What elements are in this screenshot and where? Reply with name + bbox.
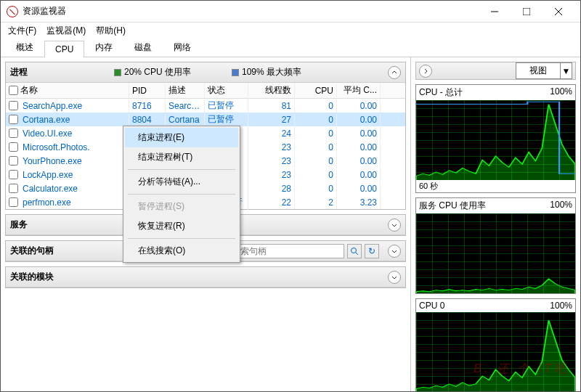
- titlebar: 资源监视器: [1, 1, 580, 23]
- menu-item[interactable]: 结束进程(E): [125, 128, 238, 147]
- row-checkbox[interactable]: [9, 142, 18, 152]
- tab-网络[interactable]: 网络: [163, 38, 202, 57]
- svg-point-4: [352, 248, 357, 253]
- services-title: 服务: [10, 219, 28, 231]
- window-title: 资源监视器: [23, 5, 479, 17]
- row-checkbox[interactable]: [9, 115, 18, 124]
- max-freq-icon: [232, 69, 239, 76]
- select-all-checkbox[interactable]: [9, 86, 18, 95]
- close-button[interactable]: [543, 1, 574, 23]
- handles-title: 关联的句柄: [10, 245, 54, 257]
- svg-line-5: [356, 253, 358, 255]
- view-dropdown[interactable]: 视图 ▼: [516, 62, 572, 79]
- col-desc[interactable]: 描述: [166, 83, 205, 98]
- menu-item[interactable]: 恢复进程(R): [125, 216, 238, 236]
- tab-概述[interactable]: 概述: [5, 38, 44, 57]
- col-name[interactable]: 名称: [20, 84, 38, 97]
- menubar: 文件(F) 监视器(M) 帮助(H): [1, 23, 580, 38]
- menu-help[interactable]: 帮助(H): [96, 25, 126, 37]
- col-status[interactable]: 状态: [205, 83, 248, 98]
- graph-service-cpu: 服务 CPU 使用率100%: [415, 197, 576, 294]
- cpu-usage-icon: [114, 69, 121, 76]
- graph3-title: CPU 0: [419, 301, 444, 311]
- col-avg[interactable]: 平均 C...: [337, 83, 381, 98]
- minimize-button[interactable]: [479, 1, 511, 23]
- modules-title: 关联的模块: [10, 271, 54, 283]
- modules-section: 关联的模块: [5, 266, 406, 288]
- row-checkbox[interactable]: [9, 128, 18, 138]
- row-checkbox[interactable]: [9, 184, 18, 193]
- tab-内存[interactable]: 内存: [84, 38, 123, 57]
- search-button[interactable]: [347, 244, 362, 258]
- max-freq-label: 109% 最大频率: [242, 66, 301, 78]
- graph1-title: CPU - 总计: [419, 86, 463, 99]
- cpu-usage-label: 20% CPU 使用率: [124, 66, 191, 78]
- app-icon: [7, 6, 18, 17]
- menu-monitor[interactable]: 监视器(M): [46, 25, 86, 37]
- row-checkbox[interactable]: [9, 156, 18, 166]
- table-row[interactable]: Cortana.exe8804Cortana已暂停2700.00: [6, 113, 405, 126]
- menu-item[interactable]: 在线搜索(O): [125, 241, 238, 261]
- table-row[interactable]: SearchApp.exe8716Search...已暂停8100.00: [6, 99, 405, 113]
- expand-handles-button[interactable]: [388, 245, 401, 258]
- context-menu: 结束进程(E)结束进程树(T)分析等待链(A)...暂停进程(S)恢复进程(R)…: [123, 126, 240, 263]
- search-handles-input[interactable]: [228, 244, 344, 258]
- graph-cpu0: CPU 0100%: [415, 298, 576, 392]
- menu-item[interactable]: 分析等待链(A)...: [125, 172, 238, 192]
- svg-rect-1: [523, 8, 530, 15]
- tab-CPU[interactable]: CPU: [44, 41, 84, 57]
- menu-item: 暂停进程(S): [125, 197, 238, 216]
- expand-services-button[interactable]: [388, 219, 401, 232]
- menu-file[interactable]: 文件(F): [8, 25, 36, 37]
- col-pid[interactable]: PID: [129, 84, 166, 97]
- graph-toolbar: 视图 ▼: [415, 62, 576, 80]
- col-threads[interactable]: 线程数: [248, 83, 295, 98]
- graph3-pct: 100%: [550, 301, 572, 311]
- tab-磁盘[interactable]: 磁盘: [123, 38, 163, 57]
- refresh-button[interactable]: ↻: [365, 244, 379, 258]
- column-headers: 名称 PID 描述 状态 线程数 CPU 平均 C...: [6, 83, 405, 99]
- tabbar: 概述CPU内存磁盘网络: [1, 38, 580, 57]
- col-cpu[interactable]: CPU: [295, 84, 337, 97]
- collapse-button[interactable]: [388, 66, 401, 79]
- menu-item[interactable]: 结束进程树(T): [125, 147, 238, 167]
- maximize-button[interactable]: [511, 1, 543, 23]
- processes-title: 进程: [10, 66, 28, 78]
- graph2-title: 服务 CPU 使用率: [419, 200, 486, 212]
- graph-cpu-total: CPU - 总计100% 60 秒: [415, 84, 576, 193]
- graph2-pct: 100%: [550, 200, 572, 212]
- expand-modules-button[interactable]: [388, 271, 401, 284]
- chevron-down-icon: ▼: [561, 62, 572, 79]
- graph-collapse-button[interactable]: [419, 65, 432, 78]
- graph1-pct: 100%: [550, 86, 572, 99]
- row-checkbox[interactable]: [9, 101, 18, 110]
- sixty-sec-label: 60 秒: [416, 180, 575, 192]
- row-checkbox[interactable]: [9, 197, 18, 207]
- row-checkbox[interactable]: [9, 170, 18, 179]
